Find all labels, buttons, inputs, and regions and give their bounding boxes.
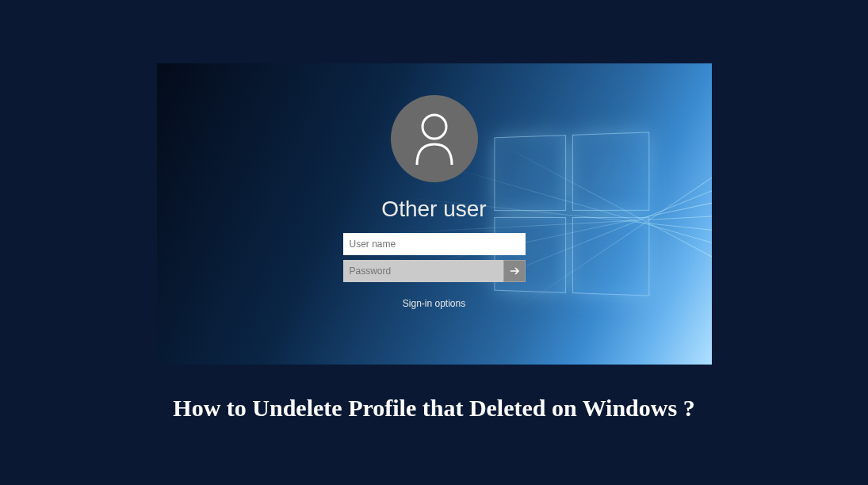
submit-button[interactable] [503,260,526,282]
arrow-right-icon [509,265,520,277]
windows-login-screen: Other user Sign-in options [157,63,712,365]
signin-options-link[interactable]: Sign-in options [403,298,465,309]
password-input[interactable] [343,260,503,282]
username-input[interactable] [343,233,526,255]
user-avatar [391,95,478,182]
svg-point-0 [423,115,446,139]
username-row [343,233,526,255]
user-display-name: Other user [381,197,486,222]
person-icon [411,111,458,166]
password-row [343,260,526,282]
page-caption: How to Undelete Profile that Deleted on … [173,395,694,422]
